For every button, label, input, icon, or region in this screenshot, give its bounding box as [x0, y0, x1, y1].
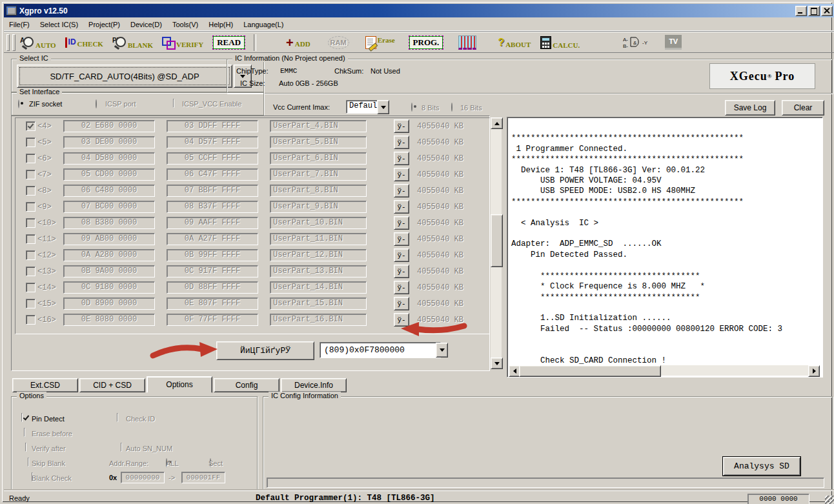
partition-start-field[interactable]: 0A A280 0000: [63, 249, 155, 261]
menu-select-ic-s[interactable]: Select IC(S): [35, 19, 83, 30]
partition-start-field[interactable]: 0D 8900 0000: [63, 297, 155, 310]
partition-end-field[interactable]: 07 BBFF FFFF: [167, 185, 258, 197]
save-log-button[interactable]: Save Log: [725, 100, 775, 116]
pin-detect-checkbox[interactable]: [21, 413, 23, 422]
toolbar-grip[interactable]: [12, 34, 15, 51]
tab-config[interactable]: Config: [214, 378, 280, 392]
verify-button[interactable]: VERIFY: [162, 37, 203, 48]
partition-end-field[interactable]: 06 C47F FFFF: [167, 168, 258, 181]
range-to-field[interactable]: 000001FF: [181, 472, 225, 483]
partition-file-field[interactable]: UserPart_4.BIN: [270, 120, 367, 132]
check-id-checkbox[interactable]: [117, 413, 118, 422]
partition-start-field[interactable]: 06 C480 0000: [63, 185, 155, 197]
partition-browse-button[interactable]: ў-: [394, 232, 409, 246]
toolbar-grip[interactable]: [6, 34, 10, 51]
address-combo[interactable]: (809)0x0F7800000: [320, 342, 441, 358]
partition-end-field[interactable]: 0B 99FF FFFF: [167, 249, 258, 261]
partition-end-field[interactable]: 05 CCFF FFFF: [167, 152, 258, 165]
address-combo-dropdown-button[interactable]: [436, 343, 448, 358]
partition-checkbox[interactable]: [26, 315, 36, 325]
erase-button[interactable]: Erase: [365, 36, 395, 49]
set-size-button[interactable]: ЙиЦГїйґуРЎ: [216, 341, 314, 360]
partition-file-field[interactable]: UserPart_5.BIN: [270, 136, 367, 148]
partition-end-field[interactable]: 0E 807F FFFF: [167, 297, 258, 310]
partition-file-field[interactable]: UserPart_9.BIN: [270, 201, 367, 213]
partition-checkbox[interactable]: [26, 170, 36, 179]
partition-end-field[interactable]: 04 D57F FFFF: [167, 136, 258, 148]
partition-checkbox[interactable]: [26, 121, 36, 131]
skip-blank-checkbox[interactable]: [28, 458, 29, 467]
partition-file-field[interactable]: UserPart_16.BIN: [270, 314, 367, 326]
tab-ext-csd[interactable]: Ext.CSD: [12, 378, 78, 392]
partition-start-field[interactable]: 03 DE00 0000: [63, 136, 155, 148]
partition-checkbox[interactable]: [26, 154, 36, 163]
partition-file-field[interactable]: UserPart_15.BIN: [270, 297, 367, 310]
partition-start-field[interactable]: 0B 9A00 0000: [63, 265, 155, 277]
partition-start-field[interactable]: 09 AB00 0000: [63, 233, 155, 245]
minimize-button[interactable]: [795, 6, 807, 16]
icsp-port-radio[interactable]: [96, 99, 97, 108]
partition-end-field[interactable]: 0D 88FF FFFF: [167, 281, 258, 294]
logic-tool-button[interactable]: A- B- & -Y: [623, 35, 651, 50]
erase-before-checkbox[interactable]: [24, 428, 25, 437]
icsp-vcc-checkbox[interactable]: [173, 99, 174, 108]
partition-file-field[interactable]: UserPart_7.BIN: [270, 168, 367, 181]
auto-sn-checkbox[interactable]: [121, 443, 122, 452]
partition-browse-button[interactable]: ў-: [394, 168, 409, 181]
partition-end-field[interactable]: 0C 917F FFFF: [167, 265, 258, 277]
zif-socket-radio[interactable]: [18, 99, 19, 108]
tab-options[interactable]: Options: [147, 376, 212, 393]
partition-end-field[interactable]: 08 B37F FFFF: [167, 201, 258, 213]
ram-button[interactable]: RAM: [328, 36, 349, 49]
partition-start-field[interactable]: 08 B380 0000: [63, 217, 155, 229]
partition-browse-button[interactable]: ў-: [394, 281, 409, 294]
partition-checkbox[interactable]: [26, 218, 36, 228]
read-button[interactable]: READ: [212, 35, 245, 50]
check-id-button[interactable]: ID CHECK: [65, 37, 103, 48]
chip-button[interactable]: [458, 35, 476, 50]
partition-start-field[interactable]: 02 E680 0000: [63, 120, 155, 132]
about-button[interactable]: ? ABOUT: [498, 37, 531, 48]
partition-file-field[interactable]: UserPart_13.BIN: [270, 265, 367, 277]
partition-checkbox[interactable]: [26, 137, 36, 147]
partition-browse-button[interactable]: ў-: [394, 265, 409, 278]
partition-file-field[interactable]: UserPart_6.BIN: [270, 152, 367, 165]
menu-file-f[interactable]: File(F): [4, 19, 35, 30]
scrollbar-thumb[interactable]: [491, 214, 503, 267]
select-ic-button[interactable]: SD/TF_CARD_AUTO(4Bits) @SD_ADP: [17, 65, 232, 88]
scroll-up-button[interactable]: [491, 117, 503, 129]
partition-start-field[interactable]: 05 CD00 0000: [63, 168, 155, 181]
partition-checkbox[interactable]: [26, 283, 36, 292]
partition-browse-button[interactable]: ў-: [394, 136, 409, 149]
partition-browse-button[interactable]: ў-: [394, 119, 409, 133]
menu-project-p[interactable]: Project(P): [83, 19, 125, 30]
log-h-scrollbar[interactable]: [509, 365, 820, 376]
partition-browse-button[interactable]: ў-: [394, 248, 409, 262]
partition-checkbox[interactable]: [26, 267, 36, 276]
partition-browse-button[interactable]: ў-: [394, 297, 409, 310]
partition-file-field[interactable]: UserPart_14.BIN: [270, 281, 367, 294]
prog-button[interactable]: PROG.: [409, 35, 444, 50]
partition-browse-button[interactable]: ў-: [394, 216, 409, 230]
partition-file-field[interactable]: UserPart_8.BIN: [270, 185, 367, 197]
partition-file-field[interactable]: UserPart_12.BIN: [270, 249, 367, 261]
partition-start-field[interactable]: 04 D580 0000: [63, 152, 155, 165]
range-from-field[interactable]: 00000000: [121, 472, 165, 483]
menu-help-h[interactable]: Help(H): [203, 19, 238, 30]
partition-end-field[interactable]: 0A A27F FFFF: [167, 233, 258, 245]
menu-device-d[interactable]: Device(D): [125, 19, 167, 30]
close-button[interactable]: [821, 6, 833, 16]
partition-end-field[interactable]: 03 DDFF FFFF: [167, 120, 258, 132]
partition-browse-button[interactable]: ў-: [394, 200, 409, 214]
partition-end-field[interactable]: 0F 77FF FFFF: [167, 314, 258, 326]
blank-button[interactable]: PF BLANK: [112, 36, 153, 49]
verify-after-checkbox[interactable]: [25, 443, 26, 452]
partition-scrollbar[interactable]: [491, 117, 502, 369]
tv-button[interactable]: TV: [665, 35, 682, 50]
partition-end-field[interactable]: 09 AAFF FFFF: [167, 217, 258, 229]
partition-checkbox[interactable]: [26, 186, 36, 196]
add-button[interactable]: + ADD: [286, 37, 310, 48]
partition-start-field[interactable]: 0C 9180 0000: [63, 281, 155, 294]
calculator-button[interactable]: CALCU.: [540, 36, 580, 49]
16-bits-radio[interactable]: [451, 103, 453, 112]
